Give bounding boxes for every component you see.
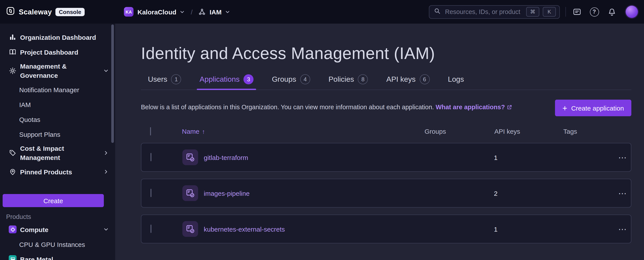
plus-icon: + bbox=[562, 104, 567, 112]
row-actions-icon[interactable]: ⋯ bbox=[618, 225, 627, 233]
table-row: kubernetes-external-secrets 1 ⋯ bbox=[141, 215, 631, 243]
column-header-tags: Tags bbox=[563, 127, 615, 135]
pin-icon bbox=[9, 168, 16, 176]
application-name-link[interactable]: images-pipeline bbox=[204, 189, 250, 197]
sidebar-item-pinned-products[interactable]: Pinned Products bbox=[0, 164, 115, 179]
application-name-link[interactable]: gitlab-terraform bbox=[204, 154, 248, 161]
tag-icon bbox=[9, 149, 16, 157]
sidebar-item-quotas[interactable]: Quotas bbox=[0, 112, 115, 127]
tab-applications[interactable]: Applications 3 bbox=[199, 74, 254, 90]
table-row: images-pipeline 2 ⋯ bbox=[141, 179, 631, 208]
sort-ascending-icon: ↑ bbox=[202, 128, 205, 135]
select-all-checkbox[interactable] bbox=[150, 127, 151, 136]
tab-groups[interactable]: Groups 4 bbox=[271, 74, 311, 90]
section-switcher[interactable]: IAM bbox=[210, 8, 222, 16]
sidebar-item-notification-manager[interactable]: Notification Manager bbox=[0, 82, 115, 97]
iam-icon bbox=[198, 8, 206, 16]
tab-policies[interactable]: Policies 8 bbox=[328, 74, 369, 90]
help-icon[interactable]: ? bbox=[589, 7, 600, 17]
compute-icon bbox=[9, 225, 16, 233]
scaleway-logo-icon bbox=[6, 7, 15, 17]
user-avatar[interactable] bbox=[626, 6, 638, 18]
tab-api-keys[interactable]: API keys 6 bbox=[386, 74, 430, 90]
organization-avatar: KA bbox=[124, 7, 134, 17]
tab-logs[interactable]: Logs bbox=[447, 74, 465, 90]
main-content: Identity and Access Management (IAM) Use… bbox=[115, 24, 644, 260]
row-checkbox[interactable] bbox=[150, 153, 152, 161]
sidebar-item-support-plans[interactable]: Support Plans bbox=[0, 127, 115, 142]
search-icon bbox=[434, 8, 441, 16]
page-title: Identity and Access Management (IAM) bbox=[141, 43, 631, 64]
row-checkbox[interactable] bbox=[150, 225, 152, 233]
brand-name: Scaleway bbox=[19, 8, 52, 16]
tab-users[interactable]: Users 1 bbox=[147, 74, 182, 90]
breadcrumb-separator: / bbox=[191, 8, 192, 16]
chevron-down-icon[interactable] bbox=[225, 9, 230, 15]
chevron-down-icon[interactable] bbox=[179, 9, 185, 15]
sidebar-item-organization-dashboard[interactable]: Organization Dashboard bbox=[0, 30, 115, 45]
search-input[interactable] bbox=[444, 8, 523, 16]
scaleway-console-page: Scaleway Console KA KaloraCloud / IAM bbox=[0, 0, 644, 260]
bar-chart-icon bbox=[9, 33, 16, 41]
tab-groups-count: 4 bbox=[300, 74, 310, 84]
gear-icon bbox=[9, 67, 16, 75]
page-description: Below is a list of applications in this … bbox=[141, 103, 512, 113]
column-header-name[interactable]: Name ↑ bbox=[172, 127, 424, 135]
chevron-right-icon bbox=[103, 150, 109, 156]
organization-switcher[interactable]: KaloraCloud bbox=[138, 8, 176, 16]
description-row: Below is a list of applications in this … bbox=[141, 100, 631, 116]
column-header-groups: Groups bbox=[424, 127, 494, 135]
column-header-api-keys: API keys bbox=[494, 127, 563, 135]
api-keys-cell: 2 bbox=[494, 189, 563, 197]
create-button[interactable]: Create bbox=[2, 194, 104, 207]
sidebar-item-cost-impact-management[interactable]: Cost & Impact Management bbox=[0, 142, 115, 164]
external-link-icon bbox=[506, 104, 512, 113]
what-are-applications-link[interactable]: What are applications? bbox=[436, 104, 512, 111]
sidebar: Organization Dashboard Project Dashboard… bbox=[0, 24, 115, 260]
table-header: Name ↑ Groups API keys Tags bbox=[141, 127, 631, 135]
sidebar-item-project-dashboard[interactable]: Project Dashboard bbox=[0, 45, 115, 59]
topbar-divider bbox=[566, 7, 566, 17]
application-icon bbox=[182, 185, 198, 201]
products-heading: Products bbox=[6, 213, 115, 220]
shortcut-cmd-key: ⌘ bbox=[526, 7, 539, 17]
notifications-bell-icon[interactable] bbox=[606, 7, 617, 17]
create-application-button[interactable]: + Create application bbox=[555, 100, 631, 116]
topbar-actions: ? bbox=[572, 6, 638, 18]
tab-bar: Users 1 Applications 3 Groups 4 Policies… bbox=[141, 74, 631, 90]
global-search[interactable]: ⌘ K bbox=[429, 5, 560, 19]
chevron-right-icon bbox=[103, 169, 109, 175]
row-actions-icon[interactable]: ⋯ bbox=[618, 153, 627, 162]
feedback-icon[interactable] bbox=[572, 7, 582, 17]
sidebar-item-iam[interactable]: IAM bbox=[0, 97, 115, 112]
application-name-link[interactable]: kubernetes-external-secrets bbox=[204, 225, 285, 233]
console-badge: Console bbox=[56, 8, 85, 16]
sidebar-item-bare-metal[interactable]: Bare Metal bbox=[0, 252, 115, 260]
table-row: gitlab-terraform 1 ⋯ bbox=[141, 143, 631, 172]
top-bar: Scaleway Console KA KaloraCloud / IAM bbox=[0, 0, 644, 24]
tab-applications-count: 3 bbox=[244, 74, 254, 84]
row-checkbox[interactable] bbox=[150, 189, 152, 197]
row-actions-icon[interactable]: ⋯ bbox=[618, 189, 627, 197]
chevron-down-icon bbox=[103, 226, 109, 232]
tab-api-keys-count: 6 bbox=[420, 74, 430, 84]
sidebar-scrollbar[interactable] bbox=[111, 25, 114, 143]
tab-policies-count: 8 bbox=[358, 74, 368, 84]
book-icon bbox=[9, 48, 16, 56]
bare-metal-icon bbox=[9, 255, 16, 260]
breadcrumb: KA KaloraCloud / IAM bbox=[124, 7, 230, 17]
sidebar-item-compute[interactable]: Compute bbox=[0, 222, 115, 237]
api-keys-cell: 1 bbox=[494, 154, 563, 161]
api-keys-cell: 1 bbox=[494, 225, 563, 233]
chevron-down-icon bbox=[103, 68, 109, 74]
sidebar-item-cpu-gpu-instances[interactable]: CPU & GPU Instances bbox=[0, 237, 115, 252]
sidebar-item-management-governance[interactable]: Management & Governance bbox=[0, 59, 115, 82]
tab-users-count: 1 bbox=[171, 74, 181, 84]
brand: Scaleway Console bbox=[6, 7, 124, 17]
application-icon bbox=[182, 150, 198, 165]
shortcut-k-key: K bbox=[543, 7, 556, 17]
application-icon bbox=[182, 221, 198, 237]
